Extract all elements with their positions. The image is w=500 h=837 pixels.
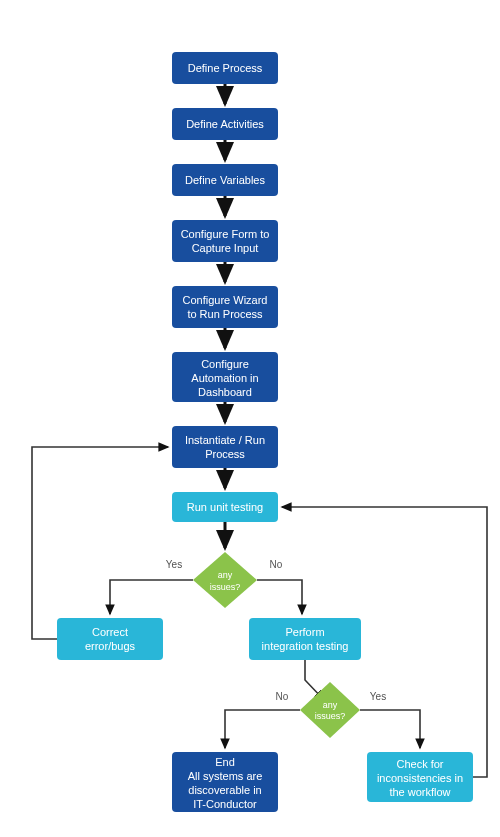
node-configure-form: Configure Form to Capture Input <box>172 220 278 262</box>
node-configure-form-label-2: Capture Input <box>192 242 259 254</box>
node-integration-testing: Perform integration testing <box>249 618 361 660</box>
decision-any-issues-1: any issues? <box>193 552 257 608</box>
node-check-inconsistencies-label-3: the workflow <box>389 786 450 798</box>
node-run-unit-testing: Run unit testing <box>172 492 278 522</box>
node-instantiate-run-label-2: Process <box>205 448 245 460</box>
node-define-activities-label: Define Activities <box>186 118 264 130</box>
decision-any-issues-1-label-2: issues? <box>210 582 241 592</box>
node-end-label-2: All systems are <box>188 770 263 782</box>
node-instantiate-run-label-1: Instantiate / Run <box>185 434 265 446</box>
node-end: End All systems are discoverable in IT-C… <box>172 752 278 812</box>
svg-rect-9 <box>57 618 163 660</box>
svg-marker-8 <box>193 552 257 608</box>
node-correct-bugs: Correct error/bugs <box>57 618 163 660</box>
node-define-activities: Define Activities <box>172 108 278 140</box>
connector <box>360 710 420 748</box>
edge-label-no-1: No <box>270 559 283 570</box>
connector <box>110 580 193 614</box>
node-end-label-3: discoverable in <box>188 784 261 796</box>
node-define-variables: Define Variables <box>172 164 278 196</box>
svg-rect-6 <box>172 426 278 468</box>
node-configure-wizard-label-2: to Run Process <box>187 308 263 320</box>
decision-any-issues-1-label-1: any <box>218 570 233 580</box>
node-define-variables-label: Define Variables <box>185 174 265 186</box>
decision-any-issues-2-label-1: any <box>323 700 338 710</box>
node-end-label-1: End <box>215 756 235 768</box>
node-configure-automation-label-2: Automation in <box>191 372 258 384</box>
decision-any-issues-2-label-2: issues? <box>315 711 346 721</box>
node-configure-automation-label-1: Configure <box>201 358 249 370</box>
node-instantiate-run: Instantiate / Run Process <box>172 426 278 468</box>
node-integration-testing-label-1: Perform <box>285 626 324 638</box>
edge-label-yes-2: Yes <box>370 691 386 702</box>
decision-any-issues-2: any issues? <box>300 682 360 738</box>
node-integration-testing-label-2: integration testing <box>262 640 349 652</box>
svg-rect-4 <box>172 286 278 328</box>
flowchart-canvas: Define Process Define Activities Define … <box>0 0 500 837</box>
node-correct-bugs-label-1: Correct <box>92 626 128 638</box>
svg-marker-11 <box>300 682 360 738</box>
node-configure-automation-label-3: Dashboard <box>198 386 252 398</box>
edge-label-no-2: No <box>276 691 289 702</box>
node-configure-automation: Configure Automation in Dashboard <box>172 352 278 402</box>
node-define-process-label: Define Process <box>188 62 263 74</box>
node-run-unit-testing-label: Run unit testing <box>187 501 263 513</box>
node-correct-bugs-label-2: error/bugs <box>85 640 136 652</box>
node-define-process: Define Process <box>172 52 278 84</box>
node-end-label-4: IT-Conductor <box>193 798 257 810</box>
connector <box>225 710 300 748</box>
node-configure-wizard-label-1: Configure Wizard <box>183 294 268 306</box>
node-configure-wizard: Configure Wizard to Run Process <box>172 286 278 328</box>
node-check-inconsistencies-label-1: Check for <box>396 758 443 770</box>
svg-rect-10 <box>249 618 361 660</box>
connector <box>257 580 302 614</box>
node-configure-form-label-1: Configure Form to <box>181 228 270 240</box>
edge-label-yes-1: Yes <box>166 559 182 570</box>
node-check-inconsistencies: Check for inconsistencies in the workflo… <box>367 752 473 802</box>
connector-loop-1 <box>32 447 168 639</box>
node-check-inconsistencies-label-2: inconsistencies in <box>377 772 463 784</box>
svg-rect-3 <box>172 220 278 262</box>
